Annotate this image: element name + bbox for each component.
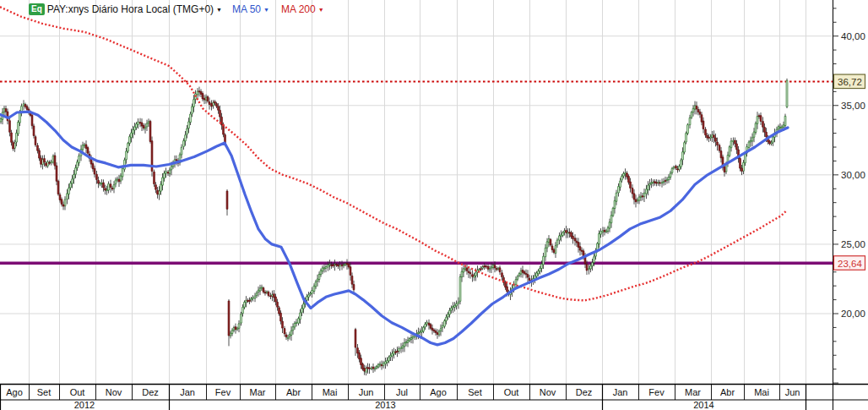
month-label: Fev: [215, 387, 231, 397]
month-label: Abr: [286, 387, 301, 397]
month-label: Set: [468, 387, 482, 397]
month-label: Nov: [540, 387, 556, 397]
ma200-label: MA 200: [281, 3, 316, 15]
price-tick-label: 35,00: [841, 101, 865, 111]
price-tick-label: 25,00: [841, 239, 865, 249]
chevron-down-icon: ▼: [263, 7, 269, 13]
svg-text:36,72: 36,72: [838, 77, 862, 87]
symbol-title-dropdown[interactable]: PAY:xnys Diário Hora Local (TMG+0)▼: [47, 3, 222, 15]
month-label: Jan: [613, 387, 628, 397]
month-label: Out: [504, 387, 519, 397]
month-label: Out: [70, 387, 85, 397]
month-label: Dez: [142, 387, 159, 397]
price-tick-label: 40,00: [841, 31, 865, 41]
month-label: Mai: [323, 387, 338, 397]
month-label: Ago: [430, 387, 447, 397]
year-label: 2014: [693, 400, 713, 410]
chart-header: Eq PAY:xnys Diário Hora Local (TMG+0)▼ M…: [29, 3, 324, 16]
plot-area[interactable]: [0, 0, 833, 385]
month-label: Jun: [785, 387, 800, 397]
svg-text:23,64: 23,64: [838, 259, 862, 269]
price-tick-label: 20,00: [841, 309, 865, 319]
month-label: Dez: [576, 387, 593, 397]
chevron-down-icon: ▼: [216, 7, 222, 13]
month-label: Jun: [359, 387, 374, 397]
month-label: Mar: [685, 387, 701, 397]
symbol-title: PAY:xnys Diário Hora Local (TMG+0): [47, 3, 214, 15]
ma50-dropdown[interactable]: MA 50▼: [232, 3, 269, 15]
month-label: Mai: [754, 387, 769, 397]
equity-badge: Eq: [29, 3, 45, 15]
chevron-down-icon: ▼: [318, 7, 324, 13]
month-label: Ago: [6, 387, 23, 397]
year-label: 2013: [375, 400, 395, 410]
price-chart[interactable]: 40,0035,0030,0025,0020,0036,7223,64AgoSe…: [0, 0, 868, 410]
month-label: Jan: [180, 387, 195, 397]
ma50-label: MA 50: [232, 3, 261, 15]
month-label: Mar: [250, 387, 266, 397]
year-label: 2012: [74, 400, 95, 410]
month-label: Jul: [396, 387, 408, 397]
month-label: Set: [37, 387, 52, 397]
price-tick-label: 30,00: [841, 170, 865, 180]
month-label: Abr: [720, 387, 735, 397]
ma200-dropdown[interactable]: MA 200▼: [281, 3, 324, 15]
chart-window: 40,0035,0030,0025,0020,0036,7223,64AgoSe…: [0, 0, 868, 410]
month-label: Nov: [106, 387, 122, 397]
month-label: Fev: [648, 387, 665, 397]
support-price-label[interactable]: 23,64: [834, 256, 865, 271]
resistance-price-label[interactable]: 36,72: [834, 74, 865, 89]
